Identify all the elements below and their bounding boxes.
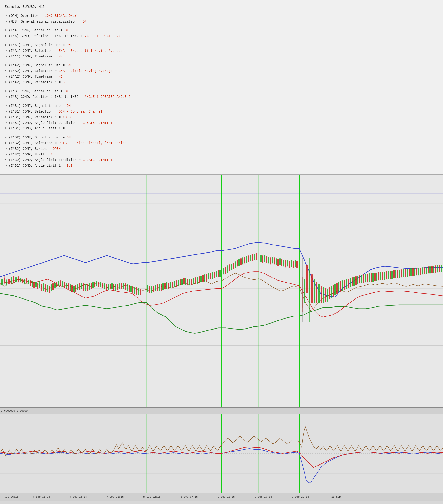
svg-rect-110 [187,279,188,285]
svg-rect-238 [435,265,436,272]
time-label-10: 11 Sep [331,495,341,498]
main-chart-svg [0,175,443,407]
svg-rect-74 [113,284,114,290]
svg-rect-181 [327,289,328,302]
svg-rect-38 [45,284,46,291]
inb1-group: > (INB1) CONF, Signal in use = ON > (INB… [5,103,438,131]
svg-rect-59 [85,284,86,291]
svg-rect-97 [163,284,164,290]
svg-rect-189 [342,280,343,291]
svg-rect-79 [123,283,124,289]
svg-rect-233 [426,267,427,274]
inb-cond-text: > (INB) COND, Relation 1 INB1 to INB2 = [5,95,85,99]
ina1-tf-text: > (INA1) CONF, Timeframe = [5,54,59,58]
svg-rect-67 [100,282,101,287]
svg-rect-77 [119,284,120,289]
svg-rect-41 [51,284,52,291]
ina1-sel-value: EMA - Exponential Moving Average [59,49,123,53]
inb1-conf-line: > (INB1) CONF, Signal in use = ON [5,103,438,109]
inb2-group: > (INB2) CONF, Signal in use = ON > (INB… [5,135,438,169]
svg-rect-225 [410,269,412,276]
svg-rect-193 [350,278,351,288]
svg-rect-19 [8,279,10,284]
inb2-conf-line: > (INB2) CONF, Signal in use = ON [5,135,438,141]
svg-rect-48 [64,282,65,288]
svg-rect-57 [81,283,82,289]
inb-cond-value: ANGLE 1 GREATER ANGLE 2 [85,95,130,99]
svg-rect-100 [168,283,169,289]
svg-rect-139 [244,257,245,263]
orm-group: > (ORM) Operation = LONG SIGNAL ONLY > (… [5,13,438,25]
svg-rect-24 [20,278,21,282]
svg-rect-122 [210,272,211,279]
svg-rect-107 [182,279,183,285]
svg-rect-177 [318,284,320,303]
svg-rect-163 [293,261,294,268]
svg-rect-227 [414,268,415,276]
svg-rect-36 [41,284,42,290]
svg-rect-206 [374,272,376,281]
orm-line: > (ORM) Operation = LONG SIGNAL ONLY [5,13,438,19]
svg-rect-45 [58,281,59,286]
svg-rect-92 [153,286,154,292]
svg-rect-63 [92,282,93,288]
inb2-conf-value: ON [67,136,71,139]
svg-rect-201 [365,274,366,282]
ina2-p1-value: 3.0 [63,80,69,84]
inb2-shift-line: > (INB2) CONF, Shift = 3 [5,152,438,158]
orm-text: > (ORM) Operation = [5,14,45,18]
svg-rect-123 [212,272,213,279]
svg-rect-32 [34,282,35,288]
svg-rect-209 [380,271,381,280]
svg-rect-239 [437,265,438,272]
svg-rect-223 [407,269,408,277]
svg-rect-162 [291,260,292,267]
svg-rect-22 [16,277,17,282]
svg-rect-195 [353,277,355,286]
ina2-sel-line: > (INA2) CONF, Selection = SMA - Simple … [5,68,438,74]
inb2-conf-text: > (INB2) CONF, Signal in use = [5,136,67,139]
header-group: Example, EURUSD, M15 [5,4,438,10]
svg-rect-131 [229,265,230,271]
ina2-p1-line: > (INA2) CONF, Parameter 1 = 3.0 [5,80,438,86]
inb1-angle-lim-line: > (INB1) COND, Angle limit 1 = 0.0 [5,126,438,131]
svg-rect-96 [161,284,162,291]
ina2-tf-text: > (INA2) CONF, Timeframe = [5,75,59,79]
svg-rect-130 [227,265,228,272]
svg-rect-146 [260,255,261,262]
ina-cond-text: > (INA) COND, Relation 1 INA1 to INA2 = [5,34,85,38]
time-label-7: 8 Sep 12:15 [218,495,235,498]
svg-rect-90 [149,286,150,293]
ina2-conf-text: > (INA2) CONF, Signal in use = [5,63,67,67]
svg-rect-136 [239,259,240,266]
svg-rect-83 [130,286,132,292]
svg-rect-190 [344,280,345,290]
inb1-angle-cond-line: > (INB1) COND, Angle limit condition = G… [5,120,438,126]
svg-rect-55 [77,284,78,290]
ina2-group: > (INA2) CONF, Signal in use = ON > (INA… [5,63,438,85]
ina1-conf-text: > (INA1) CONF, Signal in use = [5,43,67,47]
svg-rect-222 [405,269,406,277]
time-label-1: 7 Sep 06:15 [1,495,18,498]
inb2-sel-line: > (INB2) CONF, Selection = PRICE - Price… [5,141,438,146]
svg-rect-186 [336,283,337,294]
time-label-8: 8 Sep 17:15 [255,495,272,498]
svg-rect-95 [159,284,160,291]
mis-text: > (MIS) General signal visualization = [5,20,83,23]
svg-rect-31 [32,281,33,287]
svg-rect-20 [11,277,12,283]
svg-rect-128 [223,268,224,274]
svg-rect-64 [94,282,95,287]
ina1-sel-text: > (INA1) CONF, Selection = [5,49,59,53]
chart-area: 0 0.00000 0.00000 7 Sep 06:15 7 Sep 11:1… [0,175,443,504]
svg-rect-75 [115,284,116,290]
svg-rect-217 [395,270,396,278]
svg-rect-153 [274,257,275,265]
svg-rect-203 [369,273,370,282]
ina1-group: > (INA1) CONF, Signal in use = ON > (INA… [5,42,438,59]
inb1-p1-line: > (INB1) CONF, Parameter 1 = 10.0 [5,115,438,120]
inb1-p1-text: > (INB1) CONF, Parameter 1 = [5,115,63,119]
svg-rect-200 [363,274,364,283]
svg-rect-33 [35,282,37,287]
ina2-tf-value: H1 [59,75,63,79]
